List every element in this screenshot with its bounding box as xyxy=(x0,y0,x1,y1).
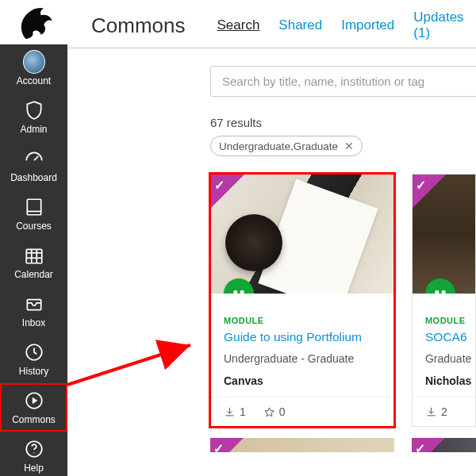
results-count: 67 results xyxy=(210,116,476,129)
nav-help[interactable]: Help xyxy=(0,432,67,476)
commons-icon xyxy=(23,390,45,412)
inbox-icon xyxy=(23,293,45,315)
clock-icon xyxy=(23,341,45,363)
nav-label: History xyxy=(19,366,48,377)
main-content: Commons Search Shared Imported Updates (… xyxy=(67,0,476,476)
check-icon: ✓ xyxy=(214,178,225,193)
downloads-stat: 1 xyxy=(224,405,246,418)
filter-chip[interactable]: Undergraduate,Graduate ✕ xyxy=(210,136,363,156)
nav-inbox[interactable]: Inbox xyxy=(0,286,67,335)
check-icon: ✓ xyxy=(416,178,426,193)
nav-label: Admin xyxy=(20,124,47,135)
help-icon xyxy=(23,438,45,460)
card-footer: 2 xyxy=(413,397,475,426)
nav-label: Commons xyxy=(12,414,56,425)
download-icon xyxy=(425,406,437,418)
calendar-icon xyxy=(23,244,45,267)
svg-rect-8 xyxy=(27,300,40,310)
svg-point-12 xyxy=(33,452,34,453)
card-thumbnail: ✓ xyxy=(413,175,475,294)
result-card[interactable]: ✓ MODULE Guide to using Portfolium Under… xyxy=(210,174,394,427)
card-kicker: MODULE xyxy=(224,316,381,325)
institution-logo[interactable] xyxy=(0,0,67,44)
tab-updates[interactable]: Updates (1) xyxy=(413,10,476,41)
star-icon xyxy=(263,406,275,418)
svg-rect-3 xyxy=(26,249,42,263)
nav-dashboard[interactable]: Dashboard xyxy=(0,141,67,190)
nav-label: Calendar xyxy=(14,269,53,280)
nav-label: Help xyxy=(24,463,44,474)
nav-label: Inbox xyxy=(22,317,45,328)
download-icon xyxy=(224,406,236,418)
svg-line-0 xyxy=(34,156,38,160)
tab-search[interactable]: Search xyxy=(217,17,259,33)
global-nav: Account Admin Dashboard Courses Calendar… xyxy=(0,0,67,476)
card-subtitle: Undergraduate - Graduate xyxy=(224,352,381,365)
nav-commons[interactable]: Commons xyxy=(0,383,67,432)
svg-point-13 xyxy=(233,290,237,294)
tab-imported[interactable]: Imported xyxy=(341,17,394,33)
card-footer: 1 0 xyxy=(211,397,393,426)
book-icon xyxy=(23,196,45,218)
nav-label: Dashboard xyxy=(10,172,57,183)
downloads-stat: 2 xyxy=(425,405,447,418)
result-card-peek[interactable]: ✓ xyxy=(210,438,394,452)
stars-stat: 0 xyxy=(263,405,286,418)
nav-account[interactable]: Account xyxy=(0,44,67,93)
check-icon: ✓ xyxy=(415,441,425,452)
avatar-icon xyxy=(23,51,45,73)
commons-header: Commons Search Shared Imported Updates (… xyxy=(67,10,476,48)
nav-label: Courses xyxy=(16,221,52,232)
result-card[interactable]: ✓ MODULE SOCA6 Graduate Nicholas xyxy=(412,174,476,427)
svg-point-17 xyxy=(442,290,446,294)
selected-corner: ✓ xyxy=(413,175,446,208)
svg-point-16 xyxy=(435,290,439,294)
card-author: Canvas xyxy=(224,374,381,387)
nav-courses[interactable]: Courses xyxy=(0,190,67,238)
nav-label: Account xyxy=(17,75,51,86)
tab-shared[interactable]: Shared xyxy=(278,17,322,33)
close-icon[interactable]: ✕ xyxy=(344,140,354,152)
nav-admin[interactable]: Admin xyxy=(0,93,67,141)
filter-chip-label: Undergraduate,Graduate xyxy=(219,140,338,152)
check-icon: ✓ xyxy=(213,441,224,452)
search-input[interactable] xyxy=(210,66,476,97)
card-kicker: MODULE xyxy=(425,316,463,325)
card-author: Nicholas xyxy=(425,374,463,387)
svg-rect-1 xyxy=(27,199,40,215)
page-title: Commons xyxy=(91,13,185,38)
card-title[interactable]: Guide to using Portfolium xyxy=(224,330,381,344)
gauge-icon xyxy=(23,148,45,170)
nav-calendar[interactable]: Calendar xyxy=(0,238,67,286)
module-type-icon xyxy=(224,278,254,294)
svg-point-14 xyxy=(240,290,244,294)
nav-history[interactable]: History xyxy=(0,335,67,383)
results-grid: ✓ MODULE Guide to using Portfolium Under… xyxy=(210,174,476,427)
card-title[interactable]: SOCA6 xyxy=(425,330,463,344)
selected-corner: ✓ xyxy=(211,175,244,208)
card-subtitle: Graduate xyxy=(425,352,463,365)
card-thumbnail: ✓ xyxy=(211,175,393,294)
result-card-peek[interactable]: ✓ xyxy=(412,438,476,452)
module-type-icon xyxy=(425,278,455,294)
shield-icon xyxy=(23,99,45,121)
